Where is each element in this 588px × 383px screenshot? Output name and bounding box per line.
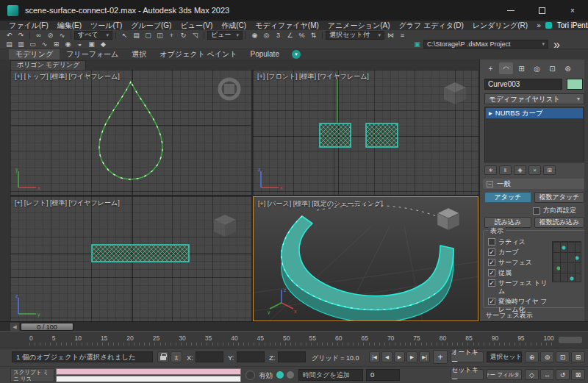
zoom-icon[interactable]: ⊕ [525, 351, 539, 362]
ribbon-tab[interactable]: 選択 [125, 49, 153, 60]
menu-item[interactable]: グループ(G) [126, 21, 176, 30]
rollout-collapse-icon[interactable]: − [487, 181, 493, 187]
next-frame-icon[interactable]: ▶ [406, 351, 417, 362]
current-frame-field[interactable]: 0 [366, 369, 400, 381]
set-key-selection-dropdown[interactable]: 選択セット [487, 351, 522, 362]
ribbon-tab[interactable]: モデリング [9, 49, 60, 60]
polygon-modeling-tab[interactable]: ポリゴン モデリング [10, 60, 86, 70]
x-coordinate-field[interactable] [196, 351, 223, 362]
panel-scrollbar[interactable] [584, 60, 588, 321]
stack-item-nurbs-curve[interactable]: ▸ NURBS カーブ [486, 108, 583, 118]
y-coordinate-field[interactable] [237, 351, 265, 362]
named-selection-sets-dropdown[interactable]: 選択セット付 [326, 31, 384, 40]
minimize-button[interactable] [495, 0, 526, 21]
menu-item[interactable]: グラフ エディタ(D) [395, 21, 468, 30]
undo-icon[interactable]: ↶ [4, 31, 15, 40]
go-to-start-icon[interactable]: |◀ [369, 351, 380, 362]
display-tab-icon[interactable]: ⊡ [545, 62, 559, 74]
object-name-field[interactable]: Curve003 [484, 79, 562, 90]
viewport-top-label[interactable]: [+] [トップ] [標準] [ワイヤフレーム] [15, 72, 120, 82]
orbit-icon[interactable]: ↺ [556, 369, 570, 380]
layer-manager-icon[interactable]: ▤ [4, 40, 15, 49]
configure-modifier-sets-icon[interactable]: ⊞ [543, 165, 556, 175]
menu-item[interactable]: アニメーション(A) [323, 21, 395, 30]
checkbox[interactable] [488, 248, 495, 256]
key-filters-button[interactable]: キー フィルタ... [487, 369, 522, 380]
display-checkbox-row[interactable]: 従属 [488, 269, 553, 277]
unlink-selection-icon[interactable]: ⊘ [45, 31, 56, 40]
angle-snap-icon[interactable]: ∠ [284, 31, 295, 40]
menu-item[interactable]: レンダリング(R) [468, 21, 532, 30]
maxscript-listener-field[interactable] [56, 376, 241, 382]
snap-toggle-3d-icon[interactable]: 3 [273, 31, 284, 40]
track-bar[interactable]: 0510152025303540455055606570758085909510… [0, 331, 588, 348]
fov-icon[interactable]: ◇ [525, 369, 539, 380]
modify-tab-icon[interactable]: ◠ [499, 62, 513, 74]
project-folder-icon[interactable]: ▣ [412, 40, 423, 49]
attach-button[interactable]: アタッチ [484, 192, 531, 203]
attach-multiple-button[interactable]: 複数アタッチ [534, 192, 584, 203]
show-end-result-icon[interactable]: ‖ [499, 165, 512, 175]
checkbox[interactable] [488, 279, 495, 287]
user-name[interactable]: Tori iPentec [557, 21, 588, 29]
select-object-icon[interactable]: ↖ [119, 31, 130, 40]
display-checkbox-row[interactable]: サーフェス [488, 259, 553, 267]
scene-explorer-icon[interactable]: ▥ [15, 40, 26, 49]
auto-key-button[interactable]: オートキー [451, 351, 484, 362]
menu-item[interactable]: ビュー(V) [176, 21, 217, 30]
maxscript-mini-listener-label[interactable]: スクリプト ミニ リス [10, 368, 54, 382]
render-production-icon[interactable]: ◆ [98, 40, 109, 49]
viewport-front-label[interactable]: [+] [フロント] [標準] [ワイヤフレーム] [257, 72, 369, 82]
viewcube[interactable] [212, 212, 238, 240]
select-by-name-icon[interactable]: ▤ [131, 31, 142, 40]
modifier-stack[interactable]: ▸ NURBS カーブ [484, 107, 584, 162]
create-tab-icon[interactable]: + [484, 62, 498, 74]
set-key-button[interactable]: セットキー [451, 369, 484, 380]
go-to-end-icon[interactable]: ▶| [419, 351, 430, 362]
menu-item[interactable]: ファイル(F) [4, 21, 53, 30]
nurbs-toolbox-grid[interactable] [552, 241, 581, 282]
project-path-dropdown[interactable]: C:\Storage\P .dsMax Project [423, 40, 548, 49]
selection-region-icon[interactable]: ▢ [143, 31, 154, 40]
checkbox[interactable] [488, 259, 495, 266]
import-multiple-button[interactable]: 複数読み込み [534, 217, 584, 228]
checkbox[interactable] [488, 238, 495, 246]
time-slider-handle[interactable]: 0 / 100 [21, 323, 74, 331]
viewcube[interactable] [435, 206, 462, 234]
maximize-viewport-icon[interactable]: ⊠ [571, 369, 585, 380]
display-checkbox-row[interactable]: カーブ [488, 248, 553, 257]
select-and-link-icon[interactable]: ∞ [33, 31, 44, 40]
make-unique-icon[interactable]: ◈ [514, 165, 526, 175]
hierarchy-tab-icon[interactable]: ⊞ [514, 62, 528, 74]
play-icon[interactable]: ▶ [394, 351, 405, 362]
object-color-swatch[interactable] [567, 79, 583, 90]
toolbar-overflow-icon[interactable]: » [549, 40, 564, 49]
ribbon-tab[interactable]: Populate [243, 49, 285, 60]
record-toggle-icon[interactable] [245, 371, 255, 380]
bind-to-space-warp-icon[interactable]: ∿ [57, 31, 68, 40]
menu-item[interactable]: 編集(E) [53, 21, 86, 30]
key-mode-toggle-button[interactable]: + [433, 350, 448, 364]
display-checkbox-row[interactable]: サーフェス トリム [488, 279, 553, 296]
viewport-left-label[interactable]: [+] [レフト] [標準] [ワイヤフレーム] [15, 198, 120, 208]
maximize-button[interactable] [526, 0, 557, 21]
percent-snap-icon[interactable]: % [296, 31, 307, 40]
rendered-frame-icon[interactable]: ▣ [86, 40, 97, 49]
spinner-snap-icon[interactable]: ⇅ [308, 31, 319, 40]
macro-recorder-field[interactable] [56, 368, 241, 375]
utilities-tab-icon[interactable]: ⊛ [561, 62, 575, 74]
viewport-left[interactable]: [+] [レフト] [標準] [ワイヤフレーム] y z [10, 196, 251, 321]
display-checkbox-row[interactable]: ラティス [488, 238, 553, 246]
user-avatar[interactable] [545, 22, 552, 29]
use-pivot-point-icon[interactable]: ◉ [249, 31, 260, 40]
enabled-off-icon[interactable] [287, 371, 294, 379]
selection-lock-button[interactable] [157, 351, 169, 362]
previous-frame-icon[interactable]: ◀ [381, 351, 392, 362]
time-slider-track[interactable]: ◀ 0 / 100 [0, 321, 588, 331]
pan-icon[interactable]: ↔ [540, 369, 554, 380]
curve-editor-icon[interactable]: ∿ [39, 40, 50, 49]
select-and-rotate-icon[interactable]: ↻ [178, 31, 189, 40]
ribbon-expand-icon[interactable] [292, 50, 301, 59]
viewport-front[interactable]: [+] [フロント] [標準] [ワイヤフレーム] x z [253, 70, 478, 195]
ribbon-tab[interactable]: フリーフォーム [60, 49, 125, 60]
